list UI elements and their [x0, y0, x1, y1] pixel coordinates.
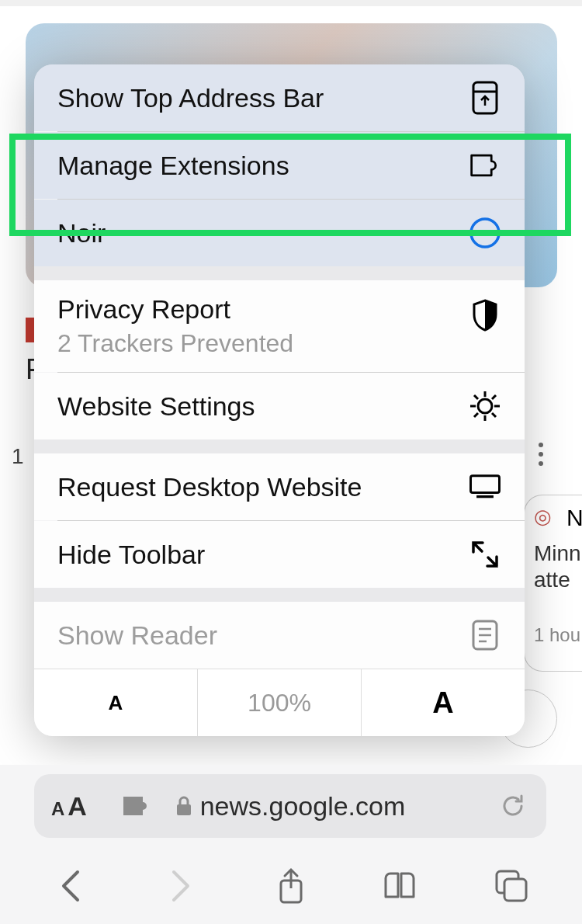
- manage-extensions-item[interactable]: Manage Extensions: [34, 132, 525, 199]
- share-button[interactable]: [268, 863, 314, 909]
- privacy-report-item[interactable]: Privacy Report 2 Trackers Prevented: [34, 280, 525, 372]
- back-button[interactable]: [47, 863, 94, 909]
- group-gap: [34, 588, 525, 602]
- item-label: Manage Extensions: [57, 151, 469, 181]
- item-label: Show Reader: [57, 620, 469, 651]
- svg-point-3: [478, 399, 492, 413]
- svg-rect-13: [476, 495, 494, 498]
- forward-button: [158, 863, 204, 909]
- side-story-text: Minn atte: [534, 540, 582, 593]
- svg-point-2: [471, 219, 499, 247]
- svg-rect-12: [471, 476, 500, 493]
- more-icon[interactable]: [539, 443, 543, 471]
- svg-line-9: [492, 413, 496, 417]
- website-settings-item[interactable]: Website Settings: [34, 373, 525, 439]
- svg-rect-18: [177, 804, 191, 815]
- side-story-card[interactable]: ◎ N Minn atte 1 hou: [524, 495, 582, 672]
- source-letter: N: [566, 505, 582, 531]
- source-icon: ◎: [534, 505, 562, 533]
- partial-number: 1: [12, 444, 24, 469]
- svg-line-10: [492, 395, 496, 399]
- item-label: Noir: [57, 218, 469, 248]
- zoom-controls: A 100% A: [34, 669, 525, 736]
- text-size-button[interactable]: AA: [51, 791, 87, 822]
- zoom-in-button[interactable]: A: [362, 669, 525, 736]
- svg-rect-22: [504, 879, 526, 901]
- puzzle-icon: [469, 149, 501, 182]
- hide-toolbar-item[interactable]: Hide Toolbar: [34, 521, 525, 588]
- show-reader-item: Show Reader: [34, 602, 525, 669]
- expand-arrows-icon: [469, 538, 501, 571]
- zoom-level[interactable]: 100%: [198, 669, 362, 736]
- svg-line-8: [474, 395, 478, 399]
- moon-icon: [469, 217, 501, 249]
- address-bar-top-icon: [469, 82, 501, 114]
- item-subtitle: 2 Trackers Prevented: [57, 329, 501, 358]
- address-bar[interactable]: AA news.google.com: [34, 774, 546, 838]
- bottom-toolbar: [0, 848, 582, 924]
- item-label: Request Desktop Website: [57, 472, 469, 502]
- group-gap: [34, 266, 525, 280]
- page-settings-menu: Show Top Address Bar Manage Extensions N…: [34, 64, 525, 736]
- gear-icon: [469, 390, 501, 422]
- url-text: news.google.com: [200, 791, 406, 822]
- svg-line-11: [474, 413, 478, 417]
- item-label: Hide Toolbar: [57, 540, 469, 570]
- shield-icon: [469, 299, 501, 332]
- request-desktop-item[interactable]: Request Desktop Website: [34, 453, 525, 520]
- reader-icon: [469, 619, 501, 651]
- item-label: Show Top Address Bar: [57, 83, 469, 113]
- bookmarks-button[interactable]: [378, 863, 424, 909]
- item-label: Privacy Report: [57, 294, 501, 325]
- lock-icon: [175, 795, 192, 817]
- reload-icon[interactable]: [500, 793, 526, 819]
- side-story-time: 1 hou: [534, 624, 582, 646]
- item-label: Website Settings: [57, 391, 469, 422]
- show-top-address-bar-item[interactable]: Show Top Address Bar: [34, 64, 525, 131]
- noir-extension-item[interactable]: Noir: [34, 200, 525, 266]
- group-gap: [34, 439, 525, 453]
- zoom-out-button[interactable]: A: [34, 669, 198, 736]
- extensions-indicator-icon[interactable]: [121, 793, 152, 819]
- desktop-icon: [469, 471, 501, 503]
- tabs-button[interactable]: [488, 863, 535, 909]
